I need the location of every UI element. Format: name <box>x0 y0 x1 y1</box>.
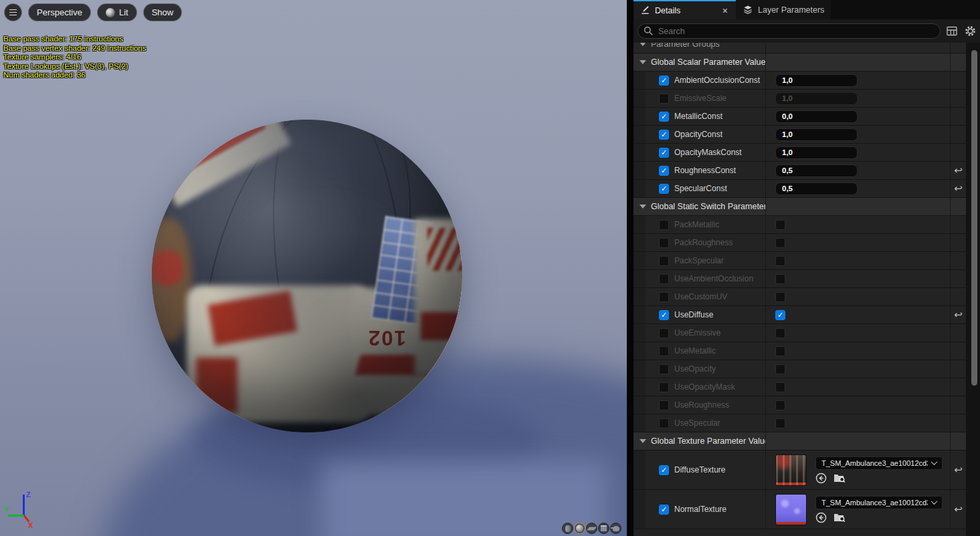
close-icon[interactable]: × <box>721 5 729 16</box>
category-header[interactable]: Global Static Switch Parameters <box>633 198 966 216</box>
lit-mode-button[interactable]: Lit <box>97 3 137 21</box>
parameter-enable-checkbox[interactable]: ✓ <box>659 184 669 194</box>
texture-thumbnail[interactable] <box>775 454 807 486</box>
reset-cell <box>950 216 966 233</box>
reset-cell <box>950 324 966 342</box>
display-options-button[interactable] <box>945 25 959 38</box>
parameter-value-checkbox[interactable] <box>775 400 785 410</box>
reset-cell: ↩ <box>950 490 966 529</box>
texture-asset-dropdown[interactable]: T_SM_Ambulance3_ae10012cd3a <box>815 496 943 509</box>
parameter-label: PackRoughness <box>674 238 732 247</box>
parameter-enable-checkbox[interactable]: ✓ <box>659 148 669 158</box>
parameter-value-checkbox[interactable]: ✓ <box>775 310 785 320</box>
preview-mesh-cube-button[interactable] <box>598 523 609 534</box>
param-row-UseAmbientOcclusion: UseAmbientOcclusion <box>633 270 966 288</box>
parameter-value-checkbox[interactable] <box>775 328 785 338</box>
texture-thumbnail[interactable] <box>775 494 807 525</box>
parameter-enable-checkbox[interactable]: ✓ <box>659 112 669 122</box>
parameter-value-input[interactable]: 0,5 <box>775 182 858 195</box>
reset-to-default-button[interactable]: ↩ <box>954 184 963 194</box>
category-header-text: Global Static Switch Parameters <box>651 202 765 211</box>
parameter-label: PackSpecular <box>674 256 724 265</box>
parameter-value-checkbox[interactable] <box>775 418 785 428</box>
parameters-scroll-area[interactable]: Parameter GroupsGlobal Scalar Parameter … <box>633 43 980 536</box>
collapse-triangle-icon <box>640 439 646 443</box>
material-preview-viewport[interactable]: 102 Perspective Lit Show Base pass shad <box>0 0 627 536</box>
category-header-value-space <box>765 432 950 450</box>
reset-to-default-button[interactable]: ↩ <box>954 166 963 176</box>
parameter-enable-checkbox[interactable]: ✓ <box>659 465 669 475</box>
teapot-icon <box>613 526 619 531</box>
viewport-toolbar: Perspective Lit Show <box>4 3 182 21</box>
parameter-enable-checkbox[interactable] <box>659 238 669 248</box>
parameter-value-checkbox[interactable] <box>775 346 785 356</box>
parameter-enable-checkbox[interactable] <box>659 382 669 392</box>
parameter-value-checkbox[interactable] <box>775 238 785 248</box>
row-indent-gutter <box>633 216 659 233</box>
parameter-label-cell: PackRoughness <box>659 234 765 251</box>
category-header[interactable]: Global Texture Parameter Values <box>633 432 966 450</box>
preview-mesh-plane-button[interactable] <box>586 523 597 534</box>
parameter-enable-checkbox[interactable] <box>659 346 669 356</box>
perspective-button[interactable]: Perspective <box>28 3 91 21</box>
preview-mesh-sphere-button[interactable] <box>574 523 585 534</box>
viewport-menu-button[interactable] <box>4 3 22 21</box>
settings-button[interactable] <box>963 25 977 38</box>
preview-mesh-teapot-button[interactable] <box>610 523 621 534</box>
parameter-value-input[interactable]: 1,0 <box>775 74 858 87</box>
parameter-label-cell: ✓RoughnessConst <box>659 162 765 179</box>
parameter-enable-checkbox[interactable]: ✓ <box>659 130 669 140</box>
parameter-enable-checkbox[interactable]: ✓ <box>659 505 669 515</box>
parameter-enable-checkbox[interactable] <box>659 220 669 230</box>
reset-cell <box>950 270 966 287</box>
parameter-value-input[interactable]: 0,0 <box>775 110 858 123</box>
category-header-text: Global Texture Parameter Values <box>651 436 765 446</box>
reset-to-default-button[interactable]: ↩ <box>954 505 963 515</box>
table-icon <box>947 26 957 36</box>
preview-sphere[interactable]: 102 <box>152 120 462 432</box>
parameter-value-checkbox[interactable] <box>775 364 785 374</box>
parameter-value-input[interactable]: 0,5 <box>775 164 858 177</box>
param-row-OpacityConst: ✓OpacityConst1,0 <box>633 126 966 144</box>
parameter-value-checkbox[interactable] <box>775 292 785 302</box>
tab-layer-parameters[interactable]: Layer Parameters <box>736 0 831 19</box>
parameter-value-input[interactable]: 1,0 <box>775 92 858 105</box>
reset-to-default-button[interactable]: ↩ <box>954 310 963 320</box>
use-selected-asset-icon[interactable] <box>815 512 827 523</box>
scrollbar-thumb[interactable] <box>971 50 977 386</box>
parameter-value-checkbox[interactable] <box>775 256 785 266</box>
parameter-value-checkbox[interactable] <box>775 382 785 392</box>
parameter-enable-checkbox[interactable] <box>659 292 669 302</box>
parameter-enable-checkbox[interactable]: ✓ <box>659 76 669 86</box>
browse-to-asset-icon[interactable] <box>834 473 846 483</box>
reset-cell <box>950 108 966 125</box>
reset-to-default-button[interactable]: ↩ <box>954 465 963 475</box>
parameter-enable-checkbox[interactable] <box>659 274 669 284</box>
parameter-enable-checkbox[interactable] <box>659 256 669 266</box>
texture-asset-dropdown[interactable]: T_SM_Ambulance3_ae10012cd3a <box>815 456 943 470</box>
parameter-label-cell: ✓DiffuseTexture <box>659 450 765 489</box>
parameter-enable-checkbox[interactable]: ✓ <box>659 166 669 176</box>
parameter-enable-checkbox[interactable] <box>659 418 669 428</box>
parameter-label: UseOpacity <box>674 364 716 374</box>
panel-splitter[interactable] <box>627 0 633 536</box>
category-header[interactable]: Global Scalar Parameter Values <box>633 53 966 72</box>
use-selected-asset-icon[interactable] <box>815 473 827 484</box>
parameter-value-input[interactable]: 1,0 <box>775 128 858 141</box>
parameter-value-input[interactable]: 1,0 <box>775 146 858 159</box>
parameter-value-checkbox[interactable] <box>775 220 785 230</box>
parameter-enable-checkbox[interactable] <box>659 364 669 374</box>
show-button[interactable]: Show <box>143 3 183 21</box>
search-input[interactable] <box>638 23 941 39</box>
tab-details[interactable]: Details × <box>633 0 736 19</box>
parameter-enable-checkbox[interactable] <box>659 328 669 338</box>
parameter-enable-checkbox[interactable] <box>659 94 669 104</box>
parameter-enable-checkbox[interactable]: ✓ <box>659 310 669 320</box>
preview-mesh-cylinder-button[interactable] <box>562 523 573 534</box>
reset-cell <box>950 198 966 215</box>
parameter-value-checkbox[interactable] <box>775 274 785 284</box>
browse-to-asset-icon[interactable] <box>834 512 846 523</box>
category-header[interactable]: Parameter Groups <box>633 43 966 53</box>
row-indent-gutter <box>633 324 659 342</box>
parameter-enable-checkbox[interactable] <box>659 400 669 410</box>
